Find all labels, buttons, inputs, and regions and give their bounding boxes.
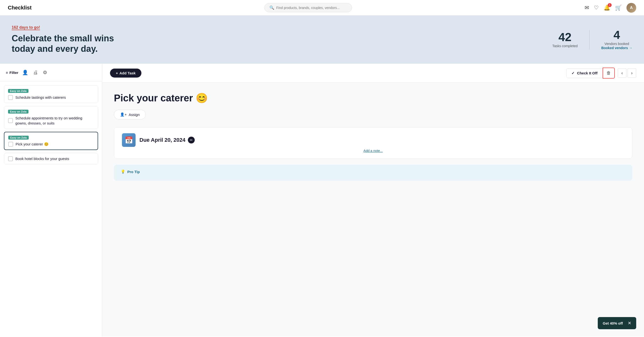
detail-content: Pick your caterer 😊 👤+ Assign 📅 Due Apri…	[102, 83, 644, 190]
detail-task-title: Pick your caterer 😊	[114, 92, 632, 104]
edit-due-date-button[interactable]: ✏	[188, 137, 195, 143]
tasks-completed-number: 42	[552, 31, 578, 43]
task-row: Book hotel blocks for your guests	[8, 156, 94, 161]
tasks-completed-stat: 42 Tasks completed	[552, 31, 578, 48]
hero-headline-line2: today and every day.	[12, 44, 98, 54]
easy-badge: Easy on Zola	[8, 110, 28, 114]
hero-headline-line1: Celebrate the small wins	[12, 33, 114, 43]
notifications-button[interactable]: 🔔 1	[604, 4, 610, 11]
task-list: Easy on Zola Schedule tastings with cate…	[0, 81, 102, 168]
settings-button[interactable]: ⚙	[42, 68, 48, 76]
due-date-text: Due April 20, 2024 ✏	[140, 137, 195, 143]
task-item-selected[interactable]: Easy on Zola Pick your caterer 😊	[4, 132, 98, 150]
task-row: Pick your caterer 😊	[8, 141, 94, 147]
bulb-icon: 💡	[121, 169, 125, 174]
filter-button[interactable]: ≡ Filter	[6, 70, 18, 75]
promo-close-button[interactable]: ✕	[628, 321, 631, 326]
tasks-completed-label: Tasks completed	[552, 44, 578, 48]
print-button[interactable]: 🖨	[32, 69, 39, 76]
vendors-booked-label: Vendors booked	[601, 42, 632, 46]
prev-task-button[interactable]: ‹	[618, 68, 626, 78]
days-to-go: 162 days to go!	[12, 25, 40, 30]
task-title: Pick your caterer 😊	[16, 141, 49, 147]
task-item[interactable]: Book hotel blocks for your guests	[4, 153, 98, 164]
task-sidebar: ≡ Filter 👤 🖨 ⚙ Easy on Zola Schedule tas…	[0, 64, 102, 337]
pencil-icon: ✏	[190, 138, 193, 142]
easy-badge: Easy on Zola	[8, 89, 28, 93]
stat-divider	[589, 30, 590, 49]
due-date-card: 📅 Due April 20, 2024 ✏ Add a note...	[114, 127, 632, 159]
task-item[interactable]: Easy on Zola Schedule tastings with cate…	[4, 85, 98, 103]
avatar-initial: A	[630, 5, 633, 10]
favorites-button[interactable]: ♡	[594, 4, 599, 11]
person-assign-icon: 👤+	[120, 112, 127, 117]
task-checkbox[interactable]	[8, 156, 13, 161]
nav-icons: ✉ ♡ 🔔 1 🛒 A	[584, 3, 636, 13]
easy-badge: Easy on Zola	[8, 136, 29, 140]
due-date-label: Due April 20, 2024	[140, 137, 186, 143]
cart-button[interactable]: 🛒	[615, 4, 622, 11]
calendar-icon: 📅	[122, 133, 136, 147]
filter-label: Filter	[10, 70, 18, 75]
hero-stats: 42 Tasks completed 4 Vendors booked Book…	[552, 29, 632, 50]
hero-left: 162 days to go! Celebrate the small wins…	[12, 25, 114, 54]
assign-button[interactable]: 👤+ Assign	[114, 110, 146, 119]
check-icon: ✓	[572, 71, 575, 75]
search-bar[interactable]: 🔍	[264, 3, 352, 12]
nav-arrows: ‹ ›	[618, 68, 636, 78]
sliders-icon: ≡	[6, 70, 8, 75]
task-item[interactable]: Easy on Zola Schedule appointments to tr…	[4, 106, 98, 129]
task-row: Schedule tastings with caterers	[8, 95, 94, 100]
person-add-icon: 👤	[22, 70, 28, 75]
vendors-booked-number: 4	[601, 29, 632, 41]
task-checkbox[interactable]	[8, 142, 13, 147]
app-logo: Checklist	[8, 4, 32, 11]
main-layout: ≡ Filter 👤 🖨 ⚙ Easy on Zola Schedule tas…	[0, 64, 644, 337]
calendar-emoji: 📅	[124, 136, 133, 144]
mail-button[interactable]: ✉	[584, 4, 589, 11]
mail-icon: ✉	[584, 4, 589, 11]
check-it-off-label: Check It Off	[577, 71, 598, 75]
due-date-info: Due April 20, 2024 ✏	[140, 137, 195, 143]
add-note-button[interactable]: Add a note...	[122, 149, 624, 153]
print-icon: 🖨	[33, 70, 38, 75]
notification-badge: 1	[608, 3, 612, 7]
task-title: Schedule tastings with caterers	[15, 95, 66, 100]
next-task-button[interactable]: ›	[628, 68, 636, 78]
delete-button[interactable]: 🗑	[602, 68, 615, 78]
task-checkbox[interactable]	[8, 118, 13, 123]
plus-icon: +	[116, 71, 118, 75]
booked-vendors-link[interactable]: Booked vendors →	[601, 46, 632, 50]
promo-toast: Get 40% off ✕	[598, 317, 636, 329]
search-input[interactable]	[276, 6, 347, 10]
hero-headline: Celebrate the small wins today and every…	[12, 33, 114, 54]
due-date-row: 📅 Due April 20, 2024 ✏	[122, 133, 624, 147]
chevron-left-icon: ‹	[621, 70, 623, 75]
check-it-off-button[interactable]: ✓ Check It Off	[566, 68, 602, 78]
add-task-label: Add Task	[120, 71, 136, 75]
promo-label: Get 40% off	[602, 321, 623, 325]
trash-icon: 🗑	[606, 70, 611, 75]
pro-tip-section: 💡 Pro Tip	[114, 165, 632, 181]
add-task-button[interactable]: + Add Task	[110, 68, 142, 77]
search-icon: 🔍	[270, 5, 274, 10]
toolbar-right: ✓ Check It Off 🗑 ‹ ›	[566, 68, 636, 78]
heart-icon: ♡	[594, 4, 599, 11]
gear-icon: ⚙	[43, 70, 47, 75]
navbar: Checklist 🔍 ✉ ♡ 🔔 1 🛒 A	[0, 0, 644, 15]
task-title: Book hotel blocks for your guests	[15, 156, 69, 161]
detail-panel: + Add Task ✓ Check It Off 🗑 ‹ ›	[102, 64, 644, 337]
avatar[interactable]: A	[626, 3, 636, 13]
task-title: Schedule appointments to try on wedding …	[15, 115, 94, 126]
assign-label: Assign	[129, 113, 140, 117]
detail-toolbar: + Add Task ✓ Check It Off 🗑 ‹ ›	[102, 64, 644, 83]
hero-banner: 162 days to go! Celebrate the small wins…	[0, 15, 644, 64]
task-row: Schedule appointments to try on wedding …	[8, 115, 94, 126]
cart-icon: 🛒	[615, 4, 622, 11]
sidebar-toolbar: ≡ Filter 👤 🖨 ⚙	[0, 64, 102, 81]
task-checkbox[interactable]	[8, 95, 13, 100]
chevron-right-icon: ›	[631, 70, 632, 75]
pro-tip-label: Pro Tip	[127, 170, 140, 174]
vendors-booked-stat: 4 Vendors booked Booked vendors →	[601, 29, 632, 50]
assign-person-button[interactable]: 👤	[21, 68, 29, 76]
